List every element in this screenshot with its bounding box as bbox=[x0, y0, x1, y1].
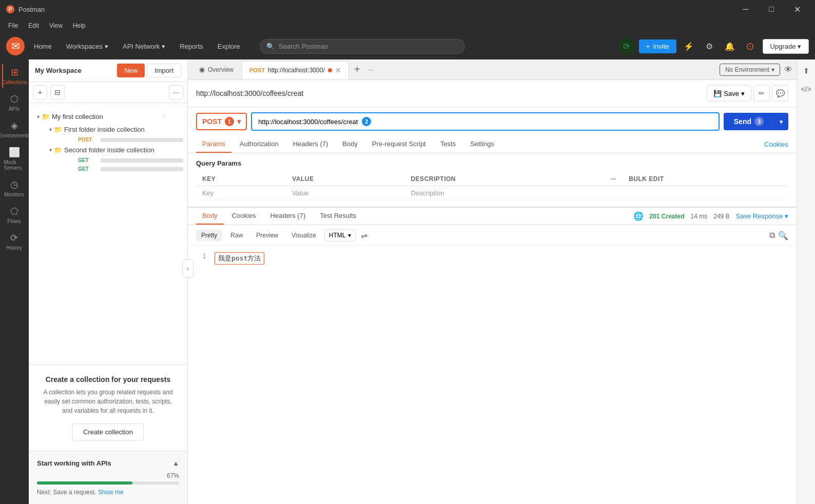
value-input[interactable]: Value bbox=[286, 186, 404, 200]
maximize-button[interactable]: □ bbox=[760, 0, 783, 18]
tab-tests[interactable]: Tests bbox=[434, 136, 462, 153]
edit-icon-button[interactable]: ✏ bbox=[753, 85, 770, 102]
settings-icon[interactable]: ⚙ bbox=[701, 38, 717, 54]
request-item-get2[interactable]: GET bbox=[45, 165, 183, 173]
format-preview[interactable]: Preview bbox=[251, 230, 283, 241]
search-response-icon[interactable]: 🔍 bbox=[778, 231, 788, 240]
sidebar-item-apis[interactable]: ⬡ APIs bbox=[2, 90, 27, 115]
url-display: http://localhost:3000/coffees/creat bbox=[196, 89, 703, 97]
sidebar-item-environments[interactable]: ◈ Environments bbox=[2, 117, 27, 142]
send-button[interactable]: Send 3 bbox=[724, 113, 774, 130]
cookies-link[interactable]: Cookies bbox=[764, 136, 788, 153]
minimize-button[interactable]: ─ bbox=[734, 0, 758, 18]
add-collection-button[interactable]: + bbox=[33, 85, 47, 99]
postman-logo-button[interactable]: ✉ bbox=[6, 37, 25, 55]
format-pretty[interactable]: Pretty bbox=[196, 230, 222, 241]
menu-view[interactable]: View bbox=[45, 21, 67, 30]
folder-header[interactable]: ▾ 📁 First folder inside collection bbox=[45, 124, 183, 135]
line-number: 1 bbox=[196, 252, 206, 260]
send-dropdown-button[interactable]: ▾ bbox=[774, 113, 788, 130]
tab-params[interactable]: Params bbox=[196, 136, 231, 153]
tab-settings[interactable]: Settings bbox=[464, 136, 500, 153]
new-button[interactable]: New bbox=[117, 64, 145, 77]
tab-add-button[interactable]: + bbox=[350, 63, 364, 77]
tab-more-button[interactable]: ··· bbox=[365, 64, 377, 75]
folder-2-name: Second folder inside collection bbox=[64, 146, 154, 154]
bulk-edit-btn[interactable]: Bulk Edit bbox=[623, 172, 788, 186]
tab-body[interactable]: Body bbox=[336, 136, 364, 153]
tab-close-button[interactable]: ✕ bbox=[335, 66, 341, 74]
banner-collapse-icon[interactable]: ▲ bbox=[172, 459, 179, 467]
url-input[interactable]: http://localhost:3000/coffees/creat 2 bbox=[251, 112, 720, 131]
resp-tab-body[interactable]: Body bbox=[196, 208, 224, 225]
more-options-button[interactable]: ··· bbox=[169, 85, 183, 99]
upgrade-button[interactable]: Upgrade ▾ bbox=[763, 39, 809, 54]
explore-button[interactable]: Explore bbox=[212, 39, 245, 53]
notifications-icon[interactable]: 🔔 bbox=[722, 38, 738, 54]
no-environment-selector[interactable]: No Environment ▾ bbox=[720, 64, 780, 76]
sidebar-item-history[interactable]: ⟳ History bbox=[2, 229, 27, 254]
sidebar-item-mock-servers[interactable]: ⬜ Mock Servers bbox=[2, 144, 27, 174]
save-button[interactable]: 💾 Save ▾ bbox=[707, 85, 751, 102]
send-button-group: Send 3 ▾ bbox=[724, 113, 788, 130]
folder-header-2[interactable]: ▾ 📁 Second folder inside collection bbox=[45, 144, 183, 156]
sidebar-item-monitors[interactable]: ◷ Monitors bbox=[2, 176, 27, 200]
menu-help[interactable]: Help bbox=[69, 21, 90, 30]
create-collection-desc: A collection lets you group related requ… bbox=[39, 388, 177, 415]
collection-header[interactable]: ▾ 📁 My first collection ☆ ··· bbox=[33, 109, 183, 124]
comment-icon-button[interactable]: 💬 bbox=[772, 85, 788, 102]
response-tabs-bar: Body Cookies Headers (7) Test Results 🌐 … bbox=[188, 208, 797, 225]
format-raw[interactable]: Raw bbox=[225, 230, 248, 241]
collection-more-button[interactable]: ··· bbox=[169, 111, 179, 122]
eye-button[interactable]: 👁 bbox=[784, 65, 792, 74]
request-method-label: POST bbox=[249, 67, 265, 73]
avatar[interactable]: ⊙ bbox=[742, 38, 759, 54]
resp-tab-test-results[interactable]: Test Results bbox=[314, 208, 362, 225]
collection-item: ▾ 📁 My first collection ☆ ··· ▾ 📁 First … bbox=[29, 107, 187, 175]
method-select[interactable]: POST 1 ▾ bbox=[196, 113, 247, 130]
sidebar-item-flows[interactable]: ⬠ Flows bbox=[2, 203, 27, 227]
api-network-button[interactable]: API Network ▾ bbox=[118, 39, 170, 53]
home-button[interactable]: Home bbox=[29, 39, 57, 53]
request-item[interactable]: POST bbox=[45, 135, 183, 144]
search-bar[interactable]: 🔍 Search Postman bbox=[260, 39, 465, 54]
menu-file[interactable]: File bbox=[4, 21, 22, 30]
url-badge-number: 2 bbox=[362, 117, 371, 126]
request-item-get1[interactable]: GET bbox=[45, 156, 183, 165]
format-visualize[interactable]: Visualize bbox=[286, 230, 321, 241]
resp-tab-headers[interactable]: Headers (7) bbox=[264, 208, 312, 225]
tab-headers[interactable]: Headers (7) bbox=[287, 136, 335, 153]
tab-request[interactable]: POST http://localhost:3000/ ✕ bbox=[242, 61, 349, 79]
save-response-button[interactable]: Save Response ▾ bbox=[736, 212, 788, 220]
mock-servers-icon: ⬜ bbox=[9, 147, 20, 158]
language-selector[interactable]: HTML ▾ bbox=[324, 229, 356, 241]
sidebar-item-label: Collections bbox=[2, 79, 27, 85]
filter-button[interactable]: ⊟ bbox=[50, 85, 65, 99]
method-badge: POST bbox=[78, 137, 98, 143]
copy-icon[interactable]: ⧉ bbox=[769, 231, 775, 240]
resp-tab-cookies[interactable]: Cookies bbox=[226, 208, 262, 225]
key-input[interactable]: Key bbox=[196, 186, 286, 200]
wrap-lines-icon[interactable]: ⇌ bbox=[361, 231, 367, 240]
tab-overview[interactable]: ◉ Overview bbox=[192, 61, 241, 79]
lightning-icon[interactable]: ⚡ bbox=[681, 38, 697, 54]
sidebar-item-collections[interactable]: ⊞ Collections bbox=[2, 64, 27, 88]
sync-icon[interactable]: ⟳ bbox=[618, 38, 635, 54]
unsaved-indicator bbox=[328, 68, 332, 72]
invite-button[interactable]: + Invite bbox=[639, 39, 676, 53]
show-me-link[interactable]: Show me bbox=[98, 489, 124, 496]
tab-authorization[interactable]: Authorization bbox=[234, 136, 285, 153]
create-collection-button[interactable]: Create collection bbox=[72, 424, 144, 440]
workspaces-button[interactable]: Workspaces ▾ bbox=[61, 39, 113, 53]
import-button[interactable]: Import bbox=[147, 64, 181, 77]
menu-edit[interactable]: Edit bbox=[24, 21, 43, 30]
tab-right-actions: No Environment ▾ 👁 bbox=[720, 64, 792, 76]
close-button[interactable]: ✕ bbox=[785, 0, 809, 18]
query-params-title: Query Params bbox=[196, 159, 788, 167]
right-sidebar-send-icon[interactable]: ⬆ bbox=[799, 64, 813, 78]
tab-pre-request[interactable]: Pre-request Script bbox=[366, 136, 432, 153]
right-sidebar-code-icon[interactable]: </> bbox=[799, 82, 813, 96]
description-input[interactable]: Description bbox=[404, 186, 604, 200]
panel-collapse-button[interactable]: › bbox=[182, 259, 193, 278]
reports-button[interactable]: Reports bbox=[174, 39, 208, 53]
